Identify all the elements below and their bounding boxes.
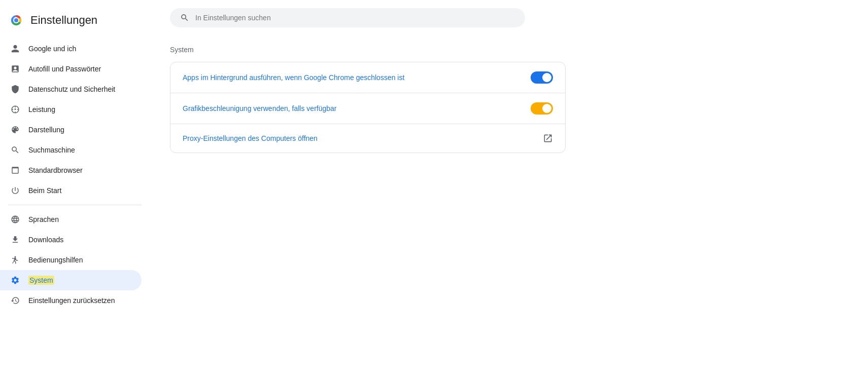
speed-icon bbox=[10, 104, 20, 115]
sidebar-item-reset-label: Einstellungen zurücksetzen bbox=[28, 296, 115, 305]
gpu-toggle[interactable] bbox=[531, 102, 553, 115]
sidebar-item-startup-label: Beim Start bbox=[28, 186, 61, 195]
sidebar-item-google-label: Google und ich bbox=[28, 45, 76, 53]
sidebar-item-reset[interactable]: Einstellungen zurücksetzen bbox=[0, 290, 142, 311]
palette-icon bbox=[10, 125, 20, 135]
sidebar-item-accessibility-label: Bedienungshilfen bbox=[28, 256, 83, 264]
page-title: Einstellungen bbox=[30, 14, 97, 27]
browser-icon bbox=[10, 165, 20, 175]
system-icon bbox=[10, 275, 20, 285]
sidebar-item-search-label: Suchmaschine bbox=[28, 146, 75, 154]
shield-icon bbox=[10, 84, 20, 94]
sidebar-item-languages-label: Sprachen bbox=[28, 215, 59, 223]
content-area: System Apps im Hintergrund ausführen, we… bbox=[150, 35, 868, 377]
main-content: System Apps im Hintergrund ausführen, we… bbox=[150, 0, 868, 377]
search-nav-icon bbox=[10, 145, 20, 155]
sidebar-item-search[interactable]: Suchmaschine bbox=[0, 140, 142, 160]
download-icon bbox=[10, 235, 20, 245]
sidebar-item-languages[interactable]: Sprachen bbox=[0, 209, 142, 230]
settings-row-background: Apps im Hintergrund ausführen, wenn Goog… bbox=[170, 62, 565, 93]
sidebar-item-downloads[interactable]: Downloads bbox=[0, 230, 142, 250]
sidebar-item-privacy[interactable]: Datenschutz und Sicherheit bbox=[0, 79, 142, 99]
background-apps-toggle[interactable] bbox=[531, 71, 553, 84]
assignment-icon bbox=[10, 64, 20, 74]
power-icon bbox=[10, 185, 20, 196]
search-bar-container bbox=[150, 0, 868, 35]
sidebar-item-appearance-label: Darstellung bbox=[28, 126, 64, 134]
sidebar-nav: Google und ich Autofill und Passwörter D… bbox=[0, 39, 150, 311]
sidebar-item-google[interactable]: Google und ich bbox=[0, 39, 142, 59]
sidebar-item-startup[interactable]: Beim Start bbox=[0, 180, 142, 201]
sidebar-item-privacy-label: Datenschutz und Sicherheit bbox=[28, 85, 115, 93]
sidebar-divider bbox=[8, 205, 142, 205]
sidebar-item-browser-label: Standardbrowser bbox=[28, 166, 83, 174]
sidebar-item-browser[interactable]: Standardbrowser bbox=[0, 160, 142, 180]
search-icon bbox=[180, 13, 189, 22]
person-icon bbox=[10, 44, 20, 54]
proxy-label: Proxy-Einstellungen des Computers öffnen bbox=[183, 134, 543, 142]
history-icon bbox=[10, 295, 20, 306]
toggle-slider-blue bbox=[531, 71, 553, 84]
settings-row-proxy[interactable]: Proxy-Einstellungen des Computers öffnen bbox=[170, 124, 565, 153]
chrome-logo-icon bbox=[8, 12, 24, 28]
sidebar-item-downloads-label: Downloads bbox=[28, 236, 63, 244]
background-apps-label: Apps im Hintergrund ausführen, wenn Goog… bbox=[183, 73, 531, 82]
toggle-slider-yellow bbox=[531, 102, 553, 115]
sidebar-item-accessibility[interactable]: Bedienungshilfen bbox=[0, 250, 142, 270]
search-input[interactable] bbox=[195, 14, 515, 22]
search-bar bbox=[170, 8, 525, 27]
svg-point-4 bbox=[14, 18, 18, 22]
sidebar-item-autofill-label: Autofill und Passwörter bbox=[28, 65, 101, 73]
settings-card: Apps im Hintergrund ausführen, wenn Goog… bbox=[170, 62, 566, 153]
accessibility-icon bbox=[10, 255, 20, 265]
sidebar-item-performance-label: Leistung bbox=[28, 105, 55, 114]
gpu-label: Grafikbeschleunigung verwenden, falls ve… bbox=[183, 104, 531, 112]
settings-row-gpu: Grafikbeschleunigung verwenden, falls ve… bbox=[170, 93, 565, 124]
sidebar-item-performance[interactable]: Leistung bbox=[0, 99, 142, 120]
section-title: System bbox=[170, 46, 848, 54]
language-icon bbox=[10, 214, 20, 224]
sidebar-item-appearance[interactable]: Darstellung bbox=[0, 120, 142, 140]
external-link-icon bbox=[543, 133, 553, 143]
sidebar-item-system-label: System bbox=[28, 276, 54, 285]
sidebar-item-system[interactable]: System bbox=[0, 270, 142, 290]
sidebar-header: Einstellungen bbox=[0, 8, 150, 39]
sidebar: Einstellungen Google und ich Autofill un… bbox=[0, 0, 150, 377]
sidebar-item-autofill[interactable]: Autofill und Passwörter bbox=[0, 59, 142, 79]
